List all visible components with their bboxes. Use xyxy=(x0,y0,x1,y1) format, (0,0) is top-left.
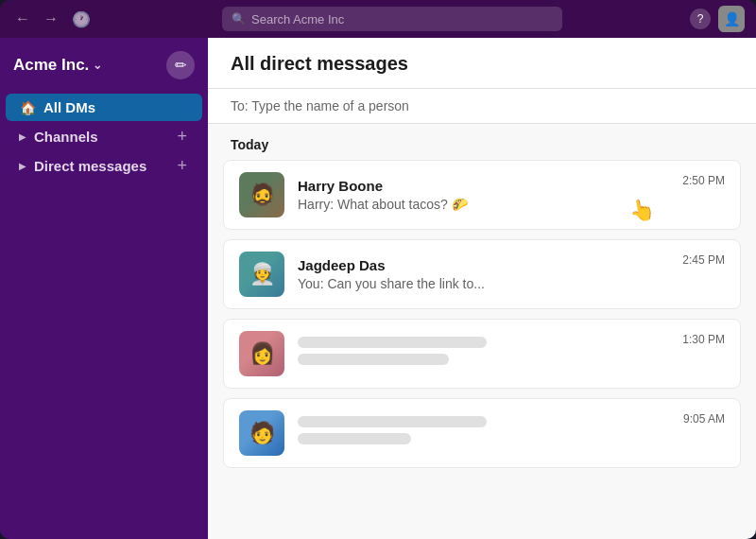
placeholder-name xyxy=(298,337,487,348)
placeholder-name xyxy=(298,416,487,427)
harry-avatar-img: 🧔 xyxy=(239,172,284,217)
history-button[interactable]: 🕐 xyxy=(68,7,94,32)
forward-button[interactable]: → xyxy=(40,7,62,31)
avatar: 👳 xyxy=(239,252,284,297)
search-bar[interactable]: 🔍 xyxy=(222,7,562,31)
sidebar-item-all-dms[interactable]: 🏠 All DMs xyxy=(6,94,202,121)
sidebar-header: Acme Inc. ⌄ ✏ xyxy=(0,38,208,89)
direct-messages-label: Direct messages xyxy=(34,158,167,174)
today-label: Today xyxy=(208,124,756,160)
nav-buttons: ← → 🕐 xyxy=(11,7,94,32)
to-field-text: To: Type the name of a person xyxy=(231,98,409,113)
workspace-caret-icon: ⌄ xyxy=(93,59,102,72)
list-item[interactable]: 🧔 Harry Boone Harry: What about tacos? 🌮… xyxy=(223,160,741,230)
content-area: All direct messages To: Type the name of… xyxy=(208,38,756,539)
page-title: All direct messages xyxy=(231,53,733,75)
back-button[interactable]: ← xyxy=(11,7,34,31)
to-field[interactable]: To: Type the name of a person xyxy=(208,89,756,124)
person4-avatar-img: 🧑 xyxy=(239,410,284,456)
sidebar-nav: 🏠 All DMs ▶ Channels + ▶ Direct messages… xyxy=(0,89,208,539)
add-channel-button[interactable]: + xyxy=(175,128,189,145)
message-time: 9:05 AM xyxy=(683,410,725,426)
avatar[interactable]: 👤 xyxy=(718,6,745,32)
message-preview: You: Can you share the link to... xyxy=(298,276,671,291)
content-header: All direct messages xyxy=(208,38,756,89)
placeholder-preview xyxy=(298,433,411,444)
avatar: 🧔 xyxy=(239,172,284,217)
channels-triangle-icon: ▶ xyxy=(19,131,26,142)
all-dms-icon: 🏠 xyxy=(19,100,36,115)
message-time: 2:45 PM xyxy=(682,252,725,267)
message-content xyxy=(298,416,672,450)
sidebar-item-channels[interactable]: ▶ Channels + xyxy=(6,122,202,150)
sidebar-item-direct-messages[interactable]: ▶ Direct messages + xyxy=(6,151,202,180)
list-item[interactable]: 🧑 9:05 AM xyxy=(223,398,741,468)
search-icon: 🔍 xyxy=(232,12,246,26)
help-button[interactable]: ? xyxy=(690,9,711,29)
message-content: Jagdeep Das You: Can you share the link … xyxy=(298,257,671,291)
dms-triangle-icon: ▶ xyxy=(19,161,26,171)
person3-avatar-img: 👩 xyxy=(239,331,284,376)
jagdeep-avatar-img: 👳 xyxy=(239,252,284,297)
app-window: ← → 🕐 🔍 ? 👤 Acme Inc. ⌄ ✏ xyxy=(0,0,756,539)
list-item[interactable]: 👩 1:30 PM xyxy=(223,319,741,389)
placeholder-preview xyxy=(298,354,449,365)
message-content: Harry Boone Harry: What about tacos? 🌮 xyxy=(298,178,671,212)
message-preview: Harry: What about tacos? 🌮 xyxy=(298,197,671,212)
avatar: 🧑 xyxy=(239,410,284,456)
title-bar: ← → 🕐 🔍 ? 👤 xyxy=(0,0,756,38)
workspace-name-label: Acme Inc. xyxy=(13,56,89,75)
compose-icon: ✏ xyxy=(175,57,187,74)
sidebar: Acme Inc. ⌄ ✏ 🏠 All DMs ▶ Channels + xyxy=(0,38,208,539)
list-item[interactable]: 👳 Jagdeep Das You: Can you share the lin… xyxy=(223,239,741,309)
add-dm-button[interactable]: + xyxy=(175,157,189,174)
workspace-name[interactable]: Acme Inc. ⌄ xyxy=(13,56,102,75)
search-input[interactable] xyxy=(251,12,553,26)
channels-label: Channels xyxy=(34,129,167,145)
main-layout: Acme Inc. ⌄ ✏ 🏠 All DMs ▶ Channels + xyxy=(0,38,756,539)
compose-button[interactable]: ✏ xyxy=(166,51,195,79)
message-time: 1:30 PM xyxy=(682,331,725,346)
avatar: 👩 xyxy=(239,331,284,376)
sender-name: Jagdeep Das xyxy=(298,257,671,273)
all-dms-label: All DMs xyxy=(43,99,189,115)
sender-name: Harry Boone xyxy=(298,178,671,194)
message-list: 🧔 Harry Boone Harry: What about tacos? 🌮… xyxy=(208,160,756,539)
message-content xyxy=(298,337,671,371)
message-time: 2:50 PM xyxy=(682,172,725,187)
